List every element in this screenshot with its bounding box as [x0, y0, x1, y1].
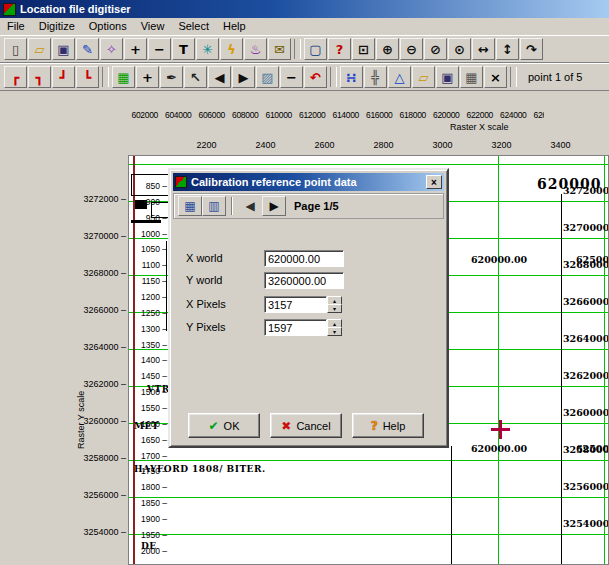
separator — [231, 197, 233, 215]
corner-top-left-icon[interactable]: ┏ — [4, 66, 27, 88]
view-point-button[interactable]: ▥ — [202, 196, 226, 216]
calibration-marker[interactable] — [499, 420, 502, 439]
easting-label: 620000.00 — [471, 443, 527, 454]
point-status: point 1 of 5 — [528, 71, 582, 83]
y-axis-title: Raster Y scale — [76, 358, 89, 482]
symbol-tool-icon[interactable]: ✳ — [196, 38, 219, 60]
redo-icon[interactable]: ↷ — [520, 38, 543, 60]
select-cursor-icon[interactable]: ↖ — [184, 66, 207, 88]
help-button[interactable]: ? Help — [352, 413, 424, 438]
grid-line-labels: 3272000.003270000.003268000.003266000.00… — [563, 172, 609, 542]
easting-label: 625000.00 — [576, 443, 609, 454]
x-world-label: X world — [186, 250, 223, 267]
save-icon[interactable]: ▣ — [52, 38, 75, 60]
x-world-input[interactable] — [264, 250, 344, 267]
y-pixels-stepper: ▴ ▾ — [327, 319, 342, 336]
grid-line — [498, 156, 499, 565]
calibration-dialog: Calibration reference point data × ▦ ▥ ◀… — [168, 168, 449, 448]
remove-point-icon[interactable]: − — [280, 66, 303, 88]
question-icon: ? — [371, 420, 378, 432]
y-world-input[interactable] — [264, 272, 344, 289]
separator-3[interactable] — [330, 67, 337, 87]
corner-top-right-icon[interactable]: ┓ — [28, 66, 51, 88]
open-folder-icon[interactable]: ▱ — [28, 38, 51, 60]
grid-line — [129, 164, 609, 165]
text-tool-icon[interactable]: T — [172, 38, 195, 60]
new-file-icon[interactable]: ▯ — [4, 38, 27, 60]
map-line — [451, 446, 452, 565]
raster-image-icon[interactable]: ▨ — [256, 66, 279, 88]
y-pixels-spin-down[interactable]: ▾ — [327, 327, 342, 336]
dialog-title-bar[interactable]: Calibration reference point data × — [173, 173, 444, 191]
scatter-points-icon[interactable]: ∺ — [340, 66, 363, 88]
points-table-icon[interactable]: ▦ — [460, 66, 483, 88]
pan-horizontal-icon[interactable]: ↔ — [472, 38, 495, 60]
add-icon[interactable]: + — [124, 38, 147, 60]
lightning-icon[interactable]: ϟ — [220, 38, 243, 60]
delete-point-icon[interactable]: × — [484, 66, 507, 88]
add-point-icon[interactable]: + — [136, 66, 159, 88]
easting-label: 625000.00 — [576, 254, 609, 265]
save-points-icon[interactable]: ▣ — [436, 66, 459, 88]
digitize-pen-icon[interactable]: ✒ — [160, 66, 183, 88]
lattice-icon[interactable]: ╬ — [364, 66, 387, 88]
load-points-icon[interactable]: ▱ — [412, 66, 435, 88]
zoom-reset-icon[interactable]: ⊘ — [424, 38, 447, 60]
frame-icon[interactable]: ▢ — [304, 38, 327, 60]
corner-bottom-right-icon[interactable]: ┛ — [52, 66, 75, 88]
export-icon[interactable]: ✉ — [268, 38, 291, 60]
zoom-out-icon[interactable]: ⊖ — [400, 38, 423, 60]
y-pixels-input[interactable] — [264, 319, 327, 336]
menu-bar: FileDigitizeOptionsViewSelectHelp — [0, 18, 609, 35]
help-icon[interactable]: ? — [328, 38, 351, 60]
next-page-button[interactable]: ▶ — [262, 196, 286, 216]
undo-icon[interactable]: ↶ — [304, 66, 327, 88]
main-toolbar: ▯▱▣✎✧+−T✳ϟ♨✉▢?⊡⊕⊖⊘⊙↔↕↷ — [0, 35, 609, 63]
application-window: Location file digitiser FileDigitizeOpti… — [0, 0, 609, 565]
menu-digitize[interactable]: Digitize — [32, 18, 82, 35]
dialog-title: Calibration reference point data — [191, 176, 357, 188]
x-pixels-spin-down[interactable]: ▾ — [327, 304, 342, 313]
close-button[interactable]: × — [426, 175, 442, 189]
y-world-axis: 3272000327000032680003266000326400032620… — [0, 181, 126, 551]
grid-line — [129, 497, 609, 498]
cancel-label: Cancel — [296, 420, 330, 432]
menu-view[interactable]: View — [134, 18, 172, 35]
x-axis-title: Raster X scale — [450, 122, 509, 132]
y-pixels-label: Y Pixels — [186, 319, 226, 336]
zoom-box-icon[interactable]: ⊡ — [352, 38, 375, 60]
dialog-icon — [175, 176, 187, 188]
prev-page-button[interactable]: ◀ — [238, 196, 262, 216]
menu-help[interactable]: Help — [216, 18, 253, 35]
prev-point-icon[interactable]: ◀ — [208, 66, 231, 88]
pencil-icon[interactable]: ✎ — [76, 38, 99, 60]
menu-options[interactable]: Options — [82, 18, 134, 35]
title-bar[interactable]: Location file digitiser — [0, 0, 609, 18]
grid-icon[interactable]: ▦ — [112, 66, 135, 88]
points-table-button[interactable]: ▦ — [178, 196, 202, 216]
triangle-icon[interactable]: △ — [388, 66, 411, 88]
wand-icon[interactable]: ✧ — [100, 38, 123, 60]
dialog-toolbar: ▦ ▥ ◀ ▶ Page 1/5 — [173, 193, 444, 219]
help-label: Help — [383, 420, 406, 432]
pan-vertical-icon[interactable]: ↕ — [496, 38, 519, 60]
easting-label: 620000.00 — [471, 254, 527, 265]
menu-file[interactable]: File — [0, 18, 32, 35]
separator-4[interactable] — [510, 67, 517, 87]
zoom-in-icon[interactable]: ⊕ — [376, 38, 399, 60]
corner-bottom-left-icon[interactable]: ┗ — [76, 66, 99, 88]
stamp-icon[interactable]: ♨ — [244, 38, 267, 60]
map-line — [561, 194, 562, 565]
ok-button[interactable]: ✔ OK — [188, 413, 260, 438]
page-indicator: Page 1/5 — [294, 200, 339, 212]
x-world-axis: 6020006040006060006080006100006120006140… — [128, 108, 544, 120]
menu-select[interactable]: Select — [171, 18, 216, 35]
cancel-button[interactable]: ✖ Cancel — [270, 413, 342, 438]
zoom-fit-icon[interactable]: ⊙ — [448, 38, 471, 60]
next-point-icon[interactable]: ▶ — [232, 66, 255, 88]
x-pixels-input[interactable] — [264, 296, 327, 313]
separator-2[interactable] — [102, 67, 109, 87]
subtract-icon[interactable]: − — [148, 38, 171, 60]
cross-icon: ✖ — [281, 420, 291, 432]
separator-1[interactable] — [294, 39, 301, 59]
